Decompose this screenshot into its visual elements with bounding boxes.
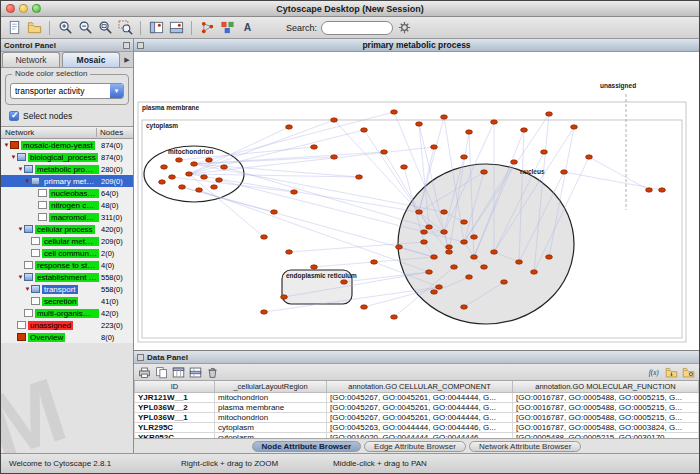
graph-node[interactable] <box>211 185 218 189</box>
new-session-icon[interactable] <box>5 19 23 37</box>
graph-node[interactable] <box>546 255 553 259</box>
tree-row[interactable]: ▼establishment of l...558(0) <box>1 271 133 283</box>
zoom-fit-icon[interactable] <box>96 19 114 37</box>
select-attributes-icon[interactable] <box>171 365 186 380</box>
column-header[interactable]: annotation.GO MOLECULAR_FUNCTION <box>513 381 699 392</box>
tree-row[interactable]: nitrogen compo...48(0) <box>1 199 133 211</box>
graph-node[interactable] <box>361 305 368 309</box>
vizmapper-icon[interactable] <box>218 19 236 37</box>
graph-node[interactable] <box>179 185 186 189</box>
graph-node[interactable] <box>396 245 403 249</box>
graph-node[interactable] <box>421 230 428 234</box>
graph-node[interactable] <box>521 128 528 132</box>
tree-expander-icon[interactable]: ▼ <box>24 286 31 292</box>
tree-row[interactable]: cellular metabo...209(0) <box>1 235 133 247</box>
column-header[interactable]: _cellularLayoutRegion <box>215 381 327 392</box>
search-input[interactable] <box>321 21 393 35</box>
graph-node[interactable] <box>451 265 458 269</box>
data-panel-float-icon[interactable] <box>137 354 144 361</box>
graph-node[interactable] <box>586 155 593 159</box>
graph-node[interactable] <box>441 115 448 119</box>
graph-node[interactable] <box>286 250 293 254</box>
graph-node[interactable] <box>291 190 298 194</box>
tab-mosaic[interactable]: Mosaic <box>62 52 120 67</box>
graph-node[interactable] <box>466 130 473 134</box>
graph-node[interactable] <box>466 275 473 279</box>
graph-node[interactable] <box>391 315 398 319</box>
node-color-dropdown[interactable]: transporter activity ▾ <box>10 83 124 99</box>
open-attributes-icon[interactable] <box>681 365 696 380</box>
tree-expander-icon[interactable]: ▼ <box>24 178 31 184</box>
graph-node[interactable] <box>481 170 488 174</box>
graph-node[interactable] <box>196 188 203 192</box>
table-cell[interactable]: [GO:0045267, GO:0045261, GO:0044444, G..… <box>327 412 513 422</box>
tab-edge-attribute-browser[interactable]: Edge Attribute Browser <box>364 441 466 452</box>
graph-node[interactable] <box>446 250 453 254</box>
tab-overflow-icon[interactable]: ▶ <box>121 52 133 67</box>
tree-row[interactable]: ▼primary metab...209(0) <box>1 175 133 187</box>
graph-node[interactable] <box>561 170 568 174</box>
search-options-icon[interactable] <box>395 19 413 37</box>
tree-expander-icon[interactable]: ▼ <box>17 274 24 280</box>
graph-node[interactable] <box>571 125 578 129</box>
graph-node[interactable] <box>261 235 268 239</box>
table-cell[interactable]: YJR121W__1 <box>135 392 215 402</box>
table-cell[interactable]: [GO:0016020, GO:0044444, GO:0044446, ... <box>327 432 513 439</box>
table-cell[interactable]: mitochondrion <box>215 412 327 422</box>
table-cell[interactable]: cytoplasm <box>215 432 327 439</box>
print-icon[interactable] <box>137 365 152 380</box>
tree-row[interactable]: ▼transport558(0) <box>1 283 133 295</box>
table-cell[interactable]: YLR295C <box>135 422 215 432</box>
table-cell[interactable]: mitochondrion <box>215 392 327 402</box>
graph-node[interactable] <box>441 230 448 234</box>
tree-row[interactable]: ▼mosaic-demo-yeast874(0) <box>1 139 133 151</box>
graph-node[interactable] <box>356 175 363 179</box>
graph-node[interactable] <box>216 178 223 182</box>
graph-node[interactable] <box>461 155 468 159</box>
table-cell[interactable]: [GO:0016787, GO:0005488, GO:0005215, G..… <box>513 402 699 412</box>
table-cell[interactable]: [GO:0016787, GO:0005488, GO:0005215, G..… <box>513 392 699 402</box>
graph-node[interactable] <box>401 165 408 169</box>
graph-node[interactable] <box>341 280 348 284</box>
tree-row[interactable]: ▼cellular process420(0) <box>1 223 133 235</box>
graph-node[interactable] <box>311 265 318 269</box>
copy-table-icon[interactable] <box>154 365 169 380</box>
tab-node-attribute-browser[interactable]: Node Attribute Browser <box>252 441 362 452</box>
graph-node[interactable] <box>431 255 438 259</box>
graph-node[interactable] <box>436 285 443 289</box>
toggle-control-panel-icon[interactable] <box>147 19 165 37</box>
table-cell[interactable]: YKR052C <box>135 432 215 439</box>
graph-node[interactable] <box>221 165 228 169</box>
formula-builder-icon[interactable]: f(x) <box>647 365 662 380</box>
tree-expander-icon[interactable]: ▼ <box>10 154 17 160</box>
graph-edge[interactable] <box>564 172 662 190</box>
tree-row[interactable]: ▼metabolic process280(0) <box>1 163 133 175</box>
tree-row[interactable]: nucleobase...64(0) <box>1 187 133 199</box>
graph-node[interactable] <box>431 290 438 294</box>
graph-node[interactable] <box>471 255 478 259</box>
control-panel-close-icon[interactable] <box>123 42 130 49</box>
zoom-region-icon[interactable] <box>116 19 134 37</box>
graph-node[interactable] <box>501 280 508 284</box>
table-row[interactable]: YJR121W__1mitochondrion[GO:0045267, GO:0… <box>135 392 699 402</box>
open-file-icon[interactable] <box>25 19 43 37</box>
tree-row[interactable]: secretion41(0) <box>1 295 133 307</box>
graph-node[interactable] <box>416 210 423 214</box>
zoom-in-icon[interactable] <box>56 19 74 37</box>
graph-node[interactable] <box>281 295 288 299</box>
graph-node[interactable] <box>491 250 498 254</box>
tree-expander-icon[interactable]: ▼ <box>17 226 24 232</box>
table-cell[interactable]: [GO:0005488, GO:0005215, GO:0030170, ... <box>513 432 699 439</box>
table-cell[interactable]: cytoplasm <box>215 422 327 432</box>
graph-node[interactable] <box>431 145 438 149</box>
tree-row[interactable]: ▼biological_process874(0) <box>1 151 133 163</box>
graph-node[interactable] <box>461 220 468 224</box>
graph-node[interactable] <box>416 122 423 126</box>
graph-node[interactable] <box>381 150 388 154</box>
delete-attribute-icon[interactable] <box>205 365 220 380</box>
graph-node[interactable] <box>441 210 448 214</box>
graph-node[interactable] <box>511 160 518 164</box>
select-nodes-checkbox[interactable] <box>9 111 19 121</box>
graph-node[interactable] <box>261 310 268 314</box>
tree-row[interactable]: multi-organism pro...42(0) <box>1 307 133 319</box>
